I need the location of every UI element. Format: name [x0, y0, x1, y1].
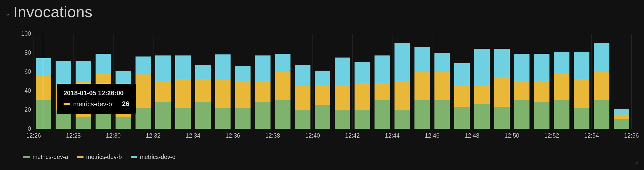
bar-segment-metrics-dev-a — [534, 102, 550, 129]
tooltip-value: 26 — [122, 99, 129, 109]
bar-segment-metrics-dev-c — [394, 43, 410, 81]
bar[interactable] — [295, 65, 310, 129]
bar-segment-metrics-dev-a — [434, 100, 450, 129]
bar[interactable] — [514, 54, 530, 129]
bar[interactable] — [355, 62, 370, 129]
y-axis-tick: 20 — [16, 106, 31, 113]
bar[interactable] — [315, 71, 330, 129]
bar-segment-metrics-dev-c — [56, 61, 71, 85]
bar[interactable] — [255, 55, 271, 129]
bar-segment-metrics-dev-c — [315, 71, 330, 85]
bar-segment-metrics-dev-b — [215, 80, 231, 108]
bar[interactable] — [155, 55, 171, 129]
bar[interactable] — [215, 54, 231, 129]
bar[interactable] — [175, 55, 191, 129]
bar-segment-metrics-dev-c — [96, 54, 111, 73]
gridline-v — [233, 34, 233, 129]
bar[interactable] — [454, 63, 470, 129]
x-axis-tick: 12:56 — [624, 132, 639, 139]
panel-title: Invocations — [13, 3, 92, 21]
bar-segment-metrics-dev-a — [155, 102, 171, 129]
x-axis-tick: 12:46 — [425, 132, 440, 139]
x-axis-tick: 12:50 — [504, 132, 519, 139]
x-axis-tick: 12:54 — [584, 132, 599, 139]
y-axis-tick: 100 — [16, 30, 31, 37]
bar-segment-metrics-dev-c — [414, 47, 430, 72]
gridline-h — [34, 129, 631, 129]
bar-segment-metrics-dev-c — [136, 56, 151, 74]
x-axis-tick: 12:28 — [66, 132, 81, 139]
gridline-v — [392, 34, 392, 129]
bar[interactable] — [574, 52, 589, 129]
collapse-chevron-icon[interactable]: ⌄ — [5, 10, 11, 17]
gridline-v — [74, 34, 74, 129]
x-axis-tick: 12:42 — [345, 132, 360, 139]
bar-segment-metrics-dev-b — [474, 85, 490, 104]
bar[interactable] — [136, 56, 151, 129]
bar-segment-metrics-dev-a — [215, 108, 231, 129]
bar[interactable] — [614, 109, 629, 129]
chart-frame: 02040608010012:2612:2812:3012:3212:3412:… — [5, 28, 639, 165]
gridline-v — [113, 34, 113, 129]
y-axis-tick: 60 — [16, 68, 31, 75]
bar-segment-metrics-dev-c — [275, 54, 290, 72]
bar-segment-metrics-dev-c — [614, 109, 629, 114]
legend-item-c[interactable]: metrics-dev-c — [131, 154, 175, 160]
legend-label: metrics-dev-a — [33, 154, 68, 160]
bar[interactable] — [474, 49, 490, 129]
bar[interactable] — [554, 52, 569, 129]
bar-segment-metrics-dev-a — [275, 100, 290, 129]
bar-segment-metrics-dev-a — [594, 100, 609, 129]
legend-item-b[interactable]: metrics-dev-b — [77, 154, 122, 160]
bar-segment-metrics-dev-b — [355, 83, 370, 110]
x-axis-tick: 12:34 — [186, 132, 201, 139]
bar-segment-metrics-dev-b — [574, 79, 589, 108]
bar[interactable] — [594, 43, 609, 129]
bar-segment-metrics-dev-a — [554, 100, 569, 129]
bar-segment-metrics-dev-c — [235, 66, 251, 81]
bar-segment-metrics-dev-a — [96, 111, 111, 129]
hover-crosshair — [43, 34, 43, 129]
panel-header[interactable]: ⌄ Invocations — [0, 0, 644, 21]
bar[interactable] — [434, 53, 450, 129]
resize-handle-icon[interactable] — [635, 160, 638, 164]
gridline-v — [153, 34, 153, 129]
x-axis-tick: 12:44 — [385, 132, 400, 139]
legend-item-a[interactable]: metrics-dev-a — [23, 154, 68, 160]
bar[interactable] — [275, 54, 290, 129]
bar-segment-metrics-dev-c — [335, 58, 350, 85]
bar-segment-metrics-dev-b — [36, 75, 51, 100]
bar[interactable] — [375, 55, 390, 129]
bar-segment-metrics-dev-c — [76, 61, 91, 81]
bar-segment-metrics-dev-a — [375, 100, 390, 129]
bar-segment-metrics-dev-c — [215, 54, 231, 80]
bar[interactable] — [36, 58, 51, 129]
tooltip-series-label: metrics-dev-b: — [73, 99, 114, 109]
chart-tooltip: 2018-01-05 12:26:00metrics-dev-b:26 — [57, 84, 136, 114]
y-axis-tick: 40 — [16, 87, 31, 94]
bar-segment-metrics-dev-a — [414, 100, 430, 129]
bar[interactable] — [195, 65, 211, 129]
bar[interactable] — [534, 54, 550, 129]
bar-segment-metrics-dev-c — [375, 55, 390, 83]
bar-segment-metrics-dev-a — [76, 117, 91, 129]
bar[interactable] — [394, 43, 410, 129]
bar-segment-metrics-dev-a — [514, 100, 530, 129]
gridline-v — [512, 34, 512, 129]
bar[interactable] — [494, 49, 510, 129]
bar[interactable] — [414, 47, 430, 129]
bar-segment-metrics-dev-a — [255, 102, 271, 129]
bar-segment-metrics-dev-b — [235, 81, 251, 108]
x-axis-tick: 12:52 — [544, 132, 559, 139]
bar-segment-metrics-dev-b — [434, 72, 450, 100]
bar-segment-metrics-dev-a — [454, 107, 470, 129]
bar-segment-metrics-dev-a — [315, 105, 330, 129]
bar[interactable] — [235, 66, 251, 129]
bar-segment-metrics-dev-c — [295, 65, 310, 86]
gridline-v — [552, 34, 552, 129]
bar-segment-metrics-dev-b — [454, 85, 470, 107]
bar[interactable] — [335, 58, 350, 129]
bar-segment-metrics-dev-b — [414, 72, 430, 100]
y-axis-tick: 0 — [16, 125, 31, 132]
chart-plot-area[interactable]: 02040608010012:2612:2812:3012:3212:3412:… — [34, 34, 631, 129]
